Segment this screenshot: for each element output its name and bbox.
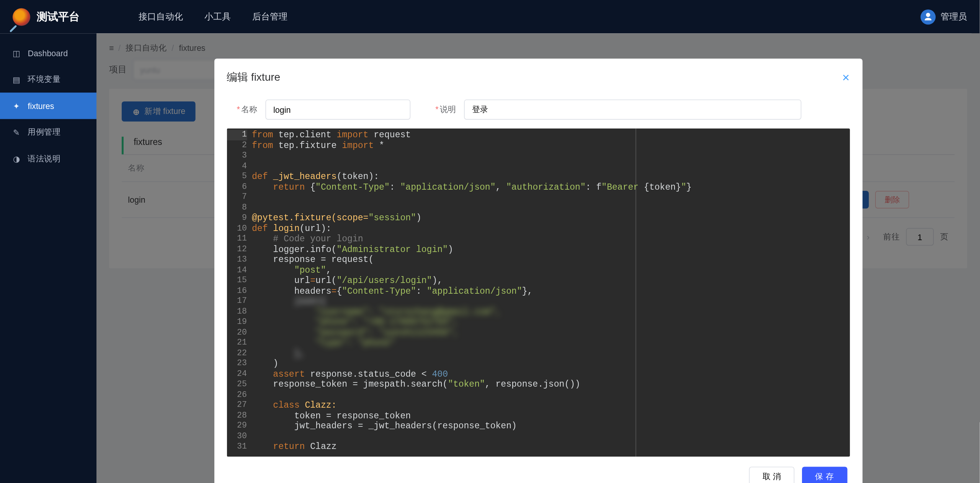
sidebar-label: Dashboard: [28, 48, 68, 58]
topnav-item-api[interactable]: 接口自动化: [139, 11, 183, 23]
topbar: 测试平台 接口自动化 小工具 后台管理 管理员: [0, 0, 980, 33]
modal-mask: 编辑 fixture × *名称 *说明 12345678910111213: [96, 33, 980, 483]
edit-fixture-dialog: 编辑 fixture × *名称 *说明 12345678910111213: [214, 59, 862, 483]
edit-icon: ✎: [11, 127, 21, 137]
top-nav: 接口自动化 小工具 后台管理: [139, 11, 287, 23]
sidebar-label: 环境变量: [28, 74, 60, 85]
cancel-button[interactable]: 取 消: [749, 467, 794, 483]
sidebar-item-env[interactable]: ▤ 环境变量: [0, 66, 96, 93]
user-name: 管理员: [941, 11, 967, 23]
brand-name: 测试平台: [37, 10, 80, 24]
fixtures-icon: ✦: [11, 101, 21, 111]
dialog-title: 编辑 fixture: [227, 70, 280, 85]
logo[interactable]: 测试平台: [13, 8, 120, 26]
document-icon: ▤: [11, 74, 21, 84]
editor-code[interactable]: from tep.client import request from tep.…: [252, 130, 849, 452]
sidebar-item-cases[interactable]: ✎ 用例管理: [0, 119, 96, 145]
logo-icon: [13, 8, 30, 26]
topnav-item-admin[interactable]: 后台管理: [252, 11, 287, 23]
close-icon[interactable]: ×: [842, 71, 849, 83]
sidebar: ◫ Dashboard ▤ 环境变量 ✦ fixtures ✎ 用例管理 ◑ 语…: [0, 33, 96, 483]
user-icon: [921, 9, 936, 24]
help-icon: ◑: [11, 154, 21, 164]
sidebar-item-fixtures[interactable]: ✦ fixtures: [0, 93, 96, 119]
topnav-item-tools[interactable]: 小工具: [204, 11, 231, 23]
desc-input[interactable]: [464, 99, 801, 120]
name-label: *名称: [237, 104, 257, 115]
sidebar-label: 语法说明: [28, 153, 60, 164]
save-button[interactable]: 保 存: [802, 467, 847, 483]
main-area: ≡ / 接口自动化 / fixtures 项目 ⊕ 新增 fixture fix…: [96, 33, 980, 483]
desc-label: *说明: [435, 104, 456, 115]
sidebar-label: 用例管理: [28, 127, 60, 138]
editor-gutter: 1234567891011121314151617181920212223242…: [227, 128, 251, 457]
sidebar-label: fixtures: [28, 101, 54, 111]
sidebar-item-syntax[interactable]: ◑ 语法说明: [0, 145, 96, 172]
dashboard-icon: ◫: [11, 48, 21, 58]
name-input[interactable]: [265, 99, 410, 120]
code-editor[interactable]: 1234567891011121314151617181920212223242…: [227, 128, 849, 457]
user-menu[interactable]: 管理员: [921, 9, 967, 24]
sidebar-item-dashboard[interactable]: ◫ Dashboard: [0, 40, 96, 66]
